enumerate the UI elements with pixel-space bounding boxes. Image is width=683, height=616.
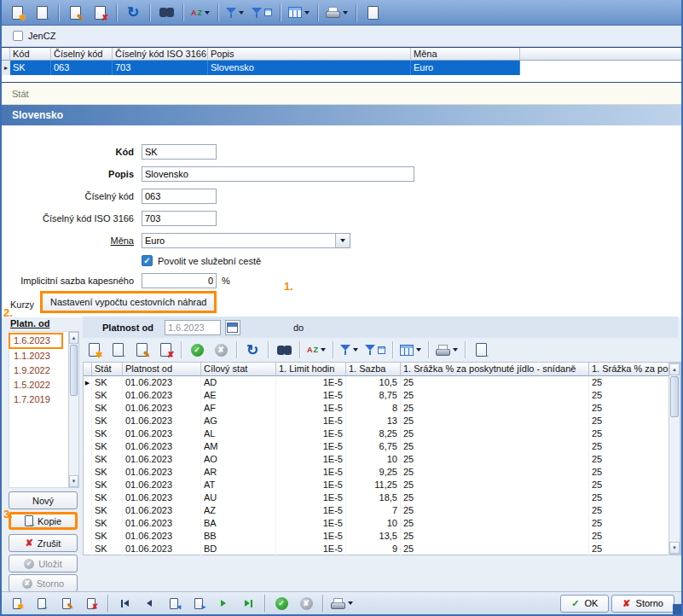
date-item[interactable]: 1.1.2023 [9,349,68,363]
date-item[interactable]: 1.6.2023 [9,334,62,348]
rates-edit-button[interactable]: ✎ [130,339,153,361]
kapesne-input[interactable] [142,273,217,288]
sort-button[interactable]: AZ [188,2,212,24]
confirm-button[interactable]: ✓ [270,592,292,614]
dates-column-header[interactable]: Platn. od [9,317,80,331]
search-button[interactable] [155,2,177,24]
rates-row[interactable]: SK 01.06.2023 AD 1E-5 10,5 25 25 [84,376,669,389]
column-header-mena[interactable]: Měna [411,48,520,61]
rates-row[interactable]: SK 01.06.2023 AL 1E-5 8,25 25 25 [84,427,669,440]
scroll-thumb[interactable] [670,376,679,417]
storno-button[interactable]: ✘ Storno [611,595,674,613]
bottom-edit-button[interactable]: ✎ [55,592,78,614]
rates-row[interactable]: SK 01.06.2023 BA 1E-5 10 25 25 [84,517,669,530]
last-record-button[interactable] [237,592,259,614]
zrusit-button[interactable]: ✘ Zrušit [9,534,78,552]
column-header-sazba[interactable]: 1. Sazba [346,363,401,376]
mena-dropdown-button[interactable] [335,234,350,247]
delete-record-button[interactable]: ✘ [89,2,111,24]
filter-button[interactable] [223,2,246,24]
resize-grip[interactable] [673,604,681,614]
rates-columns-button[interactable] [397,339,424,361]
rates-confirm-button[interactable]: ✓ [186,339,208,361]
column-header-platnost-od[interactable]: Platnost od [123,363,201,376]
rates-row[interactable]: SK 01.06.2023 AZ 1E-5 7 25 25 [84,504,669,517]
rates-filter-settings-button[interactable] [362,339,388,361]
rates-filter-button[interactable] [338,339,361,361]
rates-row[interactable]: SK 01.06.2023 AT 1E-5 11,25 25 25 [84,479,669,491]
rates-open-button[interactable]: → [107,339,129,361]
kopie-button[interactable]: → Kopie [9,512,78,530]
mena-combobox[interactable] [142,233,350,248]
rates-refresh-button[interactable]: ↻ [241,339,263,361]
rates-print-button[interactable] [433,339,460,361]
iso-input[interactable] [142,211,217,226]
rates-row[interactable]: SK 01.06.2023 AE 1E-5 8,75 25 25 [84,389,669,402]
platnost-od-input[interactable] [165,320,221,335]
rates-vertical-scrollbar[interactable]: ▲ ▼ [669,363,680,555]
mena-input[interactable] [142,234,335,247]
column-header-kod[interactable]: Kód [10,48,51,61]
rates-row[interactable]: SK 01.06.2023 AM 1E-5 6,75 25 25 [84,440,669,453]
povolit-checkbox[interactable]: ✓ [142,255,153,266]
date-item[interactable]: 1.9.2022 [9,363,68,378]
scroll-track[interactable] [669,375,680,542]
rates-sort-button[interactable]: AZ [304,339,328,361]
column-header-popis[interactable]: Popis [208,48,411,61]
column-header-stat[interactable]: Stát [92,363,123,376]
prev-record-button[interactable] [138,592,160,614]
popis-input[interactable] [142,166,414,182]
rates-row[interactable]: SK 01.06.2023 BB 1E-5 13,5 25 25 [84,530,669,543]
prev-page-button[interactable]: ◂ [163,592,185,614]
edit-record-button[interactable]: ✎ [64,2,86,24]
columns-button[interactable] [286,2,312,24]
rates-row[interactable]: SK 01.06.2023 BD 1E-5 9 25 25 [84,543,669,555]
column-header-srazka-snidane[interactable]: 1. Srážka % za poskytnuté jídlo - snídan… [401,363,589,376]
date-item[interactable]: 1.7.2019 [9,392,68,407]
nastaveni-nahrad-button[interactable]: Nastavení vypočtu cestovních náhrad [40,291,217,313]
export-button[interactable]: → [362,2,384,24]
open-record-button[interactable]: → [31,2,53,24]
column-header-limit-hodin[interactable]: 1. Limit hodin [276,363,346,376]
rates-delete-button[interactable]: ✘ [154,339,177,361]
scroll-up-button[interactable]: ▲ [69,332,78,344]
column-header-cilovy-stat[interactable]: Cílový stat [201,363,276,376]
rates-row[interactable]: SK 01.06.2023 AO 1E-5 10 25 25 [84,453,669,466]
mena-label[interactable]: Měna [2,235,134,246]
bottom-delete-button[interactable]: ✘ [80,592,102,614]
rates-row[interactable]: SK 01.06.2023 AU 1E-5 18,5 25 25 [84,491,669,504]
bottom-new-button[interactable]: ✱ [6,592,28,614]
ok-button[interactable]: ✓ OK [560,595,609,613]
rates-search-button[interactable] [273,339,295,361]
rates-new-button[interactable]: ✱ [83,339,105,361]
rates-cancel-button[interactable]: ✘ [210,339,232,361]
rates-row[interactable]: SK 01.06.2023 AR 1E-5 9,25 25 25 [84,466,669,479]
ciselny-kod-input[interactable] [142,189,217,204]
rates-export-button[interactable]: → [470,339,492,361]
country-row-selected[interactable]: ▸ SK 063 703 Slovensko Euro [2,61,681,75]
column-header-ciselny-kod[interactable]: Číselný kód [51,48,113,61]
dates-scrollbar[interactable]: ▲ ▼ [68,331,79,488]
scroll-thumb[interactable] [70,345,78,396]
bottom-print-button[interactable] [328,592,356,614]
column-header-iso[interactable]: Číselný kód ISO 3166 [113,48,208,61]
jencz-checkbox[interactable] [13,31,23,41]
refresh-button[interactable]: ↻ [122,2,144,24]
first-record-button[interactable] [113,592,136,614]
rates-row[interactable]: SK 01.06.2023 AG 1E-5 13 25 25 [84,415,669,427]
calendar-button[interactable] [225,320,240,335]
scroll-track[interactable] [69,344,78,475]
new-record-button[interactable]: ✱ [6,2,28,24]
scroll-down-button[interactable]: ▼ [669,542,680,554]
bottom-open-button[interactable]: → [31,592,53,614]
date-item[interactable]: 1.5.2022 [9,378,68,392]
next-record-button[interactable] [212,592,234,614]
column-header-srazka-2[interactable]: 1. Srážka % za pos [589,363,669,376]
storno-side-button[interactable]: ✘ Storno [9,574,78,592]
print-button[interactable] [323,2,350,24]
kod-input[interactable] [142,144,217,160]
cancel-button[interactable]: ✘ [295,592,317,614]
novy-button[interactable]: Nový [9,491,78,509]
filter-settings-button[interactable] [249,2,275,24]
scroll-down-button[interactable]: ▼ [69,475,78,487]
